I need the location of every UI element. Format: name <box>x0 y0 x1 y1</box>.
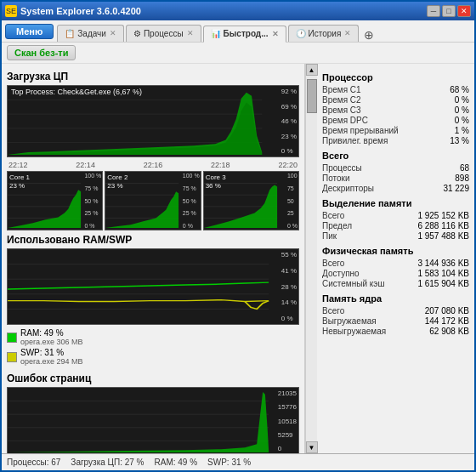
right-row-alloc-all: Всего 1 925 152 KB <box>322 211 469 220</box>
tab-bar: 📋 Задачи ✕ ⚙ Процессы ✕ 📊 Быстрод... ✕ 🕐… <box>57 21 474 42</box>
cpu-x-label-0: 22:12 <box>8 161 28 169</box>
c3-label: Время С3 <box>322 105 361 115</box>
page-faults-chart: 21035 15776 10518 5259 0 <box>7 387 299 453</box>
core1-y-labels: 100 % 75 % 50 % 25 % 0 % <box>84 172 101 230</box>
tab-bystrod-close[interactable]: ✕ <box>272 30 279 38</box>
core1-chart: Core 1 23 % 100 % 75 % 50 % 25 % 0 % <box>7 171 103 230</box>
tab-istoriya[interactable]: 🕐 История ✕ <box>288 25 360 42</box>
ram-y-labels: 55 % 41 % 28 % 14 % 0 % <box>281 249 297 324</box>
ram-label-0: RAM: 49 % <box>20 328 83 338</box>
ram-legend-text-0: RAM: 49 % opera.exe 306 MB <box>20 328 83 346</box>
menu-button[interactable]: Меню <box>5 24 54 39</box>
status-processes: Процессы: 67 <box>7 458 60 467</box>
tab-bystrod[interactable]: 📊 Быстрод... ✕ <box>203 26 286 43</box>
kernel-nopage-label: Невыгружаемая <box>322 327 386 336</box>
right-row-phys-cache: Системный кэш 1 615 904 KB <box>322 279 469 288</box>
right-row-c1: Время С1 68 % <box>322 85 469 94</box>
tab-processy[interactable]: ⚙ Процессы ✕ <box>126 25 201 42</box>
core1-name: Core 1 <box>9 173 30 182</box>
phys-title: Физическая память <box>322 246 469 256</box>
core3-label: Core 3 36 % <box>206 173 226 191</box>
cpu-y-label-4: 0 % <box>281 147 297 155</box>
tab-istoriya-close[interactable]: ✕ <box>344 29 351 37</box>
status-bar: Процессы: 67 Загрузка ЦП: 27 % RAM: 49 %… <box>2 453 474 470</box>
core3-y2: 50 <box>287 198 298 204</box>
processor-title: Процессор <box>322 72 469 82</box>
page-y0: 21035 <box>278 390 297 397</box>
tab-zadachi[interactable]: 📋 Задачи ✕ <box>57 25 124 42</box>
scroll-down-btn[interactable]: ▼ <box>306 441 318 453</box>
ram-chart-svg <box>8 249 298 324</box>
right-row-kernel-nopage: Невыгружаемая 62 908 KB <box>322 327 469 336</box>
phys-cache-value: 1 615 904 KB <box>417 279 469 288</box>
dpc-label: Время DPC <box>322 116 368 125</box>
alloc-limit-label: Предел <box>322 221 352 230</box>
status-swp: SWP: 31 % <box>207 458 251 467</box>
tab-nav-add[interactable]: ⊕ <box>364 28 374 42</box>
core2-y4: 0 % <box>183 223 200 229</box>
core1-y4: 0 % <box>84 223 101 229</box>
cpu-x-label-2: 22:16 <box>144 161 163 169</box>
left-scrollbar[interactable]: ▲ ▼ <box>305 64 317 453</box>
right-row-alloc-limit: Предел 6 288 116 KB <box>322 221 469 230</box>
c2-label: Время С2 <box>322 95 361 105</box>
cpu-y-label-3: 23 % <box>281 133 297 140</box>
tab-bystrod-icon: 📊 <box>211 29 221 38</box>
cpu-chart: Top Process: Check&Get.exe (6,67 %) 92 %… <box>7 85 299 157</box>
core2-chart: Core 2 23 % 100 % 75 % 50 % 25 % 0 % <box>105 171 201 230</box>
cpu-y-label-2: 46 % <box>281 117 297 125</box>
alloc-all-label: Всего <box>322 211 344 220</box>
interrupt-label: Время прерываний <box>322 126 399 135</box>
title-buttons: ─ □ ✕ <box>427 5 471 17</box>
ram-swp-chart: 55 % 41 % 28 % 14 % 0 % <box>7 248 299 325</box>
ram-sublabel-0: opera.exe 306 MB <box>20 338 83 346</box>
phys-all-value: 3 144 936 KB <box>417 259 469 268</box>
core2-y0: 100 % <box>183 173 200 179</box>
ram-y1: 41 % <box>281 267 297 275</box>
ram-section-title: Использовано RAM/SWP <box>7 234 299 246</box>
core1-y3: 25 % <box>84 210 101 216</box>
c3-value: 0 % <box>455 105 469 115</box>
interrupt-value: 1 % <box>455 126 469 135</box>
core2-y3: 25 % <box>183 210 200 216</box>
c1-value: 68 % <box>450 85 469 94</box>
kernel-title: Память ядра <box>322 293 469 304</box>
tab-zadachi-close[interactable]: ✕ <box>110 29 116 37</box>
alloc-all-value: 1 925 152 KB <box>417 211 469 220</box>
ram-section: 55 % 41 % 28 % 14 % 0 % <box>7 248 299 369</box>
phys-avail-label: Доступно <box>322 269 360 278</box>
svg-marker-15 <box>105 191 178 228</box>
app-icon: SE <box>5 5 17 17</box>
c2-value: 0 % <box>455 95 469 105</box>
tab-processy-close[interactable]: ✕ <box>187 29 194 37</box>
right-row-priv: Привилег. время 13 % <box>322 136 469 145</box>
ram-y0: 55 % <box>281 251 297 259</box>
right-row-interrupt: Время прерываний 1 % <box>322 126 469 135</box>
scroll-thumb[interactable] <box>307 79 317 113</box>
threads-label: Потоки <box>322 173 350 183</box>
right-row-alloc-peak: Пик 1 957 488 KB <box>322 231 469 241</box>
maximize-button[interactable]: □ <box>442 5 456 17</box>
right-row-phys-all: Всего 3 144 936 KB <box>322 259 469 268</box>
kernel-page-label: Выгружаемая <box>322 316 377 326</box>
svg-marker-5 <box>8 103 262 156</box>
swp-sublabel-1: opera.exe 294 MB <box>20 357 83 366</box>
page-y1: 15776 <box>278 403 297 411</box>
scan-button[interactable]: Скан без-ти <box>7 45 76 60</box>
procs-value: 68 <box>460 163 469 173</box>
close-button[interactable]: ✕ <box>457 5 471 17</box>
core3-y1: 75 <box>287 185 298 191</box>
cpu-x-labels: 22:12 22:14 22:16 22:18 22:20 <box>7 161 299 169</box>
core2-y-labels: 100 % 75 % 50 % 25 % 0 % <box>183 172 200 230</box>
minimize-button[interactable]: ─ <box>427 5 440 17</box>
right-row-dpc: Время DPC 0 % <box>322 116 469 125</box>
threads-value: 898 <box>455 173 469 183</box>
ram-chart-area: 55 % 41 % 28 % 14 % 0 % <box>7 248 299 369</box>
alloc-limit-value: 6 288 116 KB <box>417 221 469 230</box>
core3-y0: 100 <box>287 173 298 179</box>
core3-y3: 25 <box>287 210 298 216</box>
swp-color-box <box>7 352 17 362</box>
priv-value: 13 % <box>450 136 469 145</box>
kernel-page-value: 144 172 KB <box>425 316 469 326</box>
scroll-up-btn[interactable]: ▲ <box>306 64 318 76</box>
